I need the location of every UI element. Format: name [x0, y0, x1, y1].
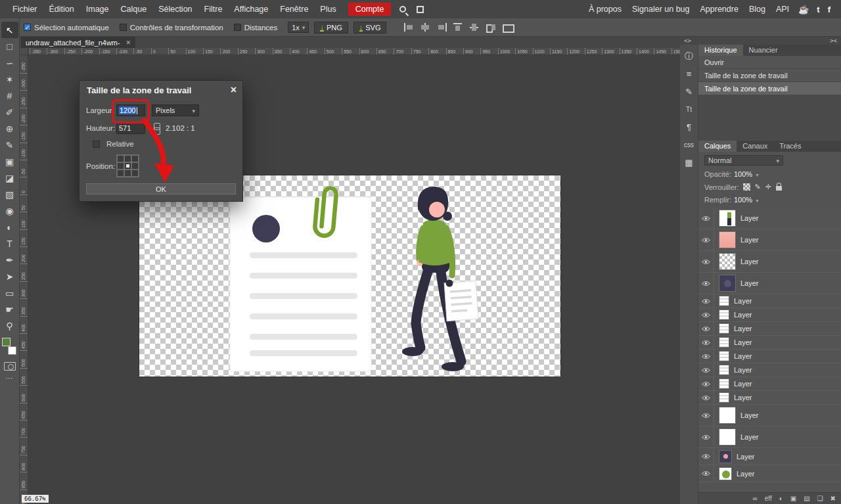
tool-brush[interactable]: ✎	[1, 137, 18, 153]
account-button[interactable]: Compte	[348, 3, 392, 16]
layer-row[interactable]: Layer	[698, 308, 841, 322]
tool-blur[interactable]: ◉	[1, 202, 18, 219]
layer-row[interactable]: Layer	[698, 336, 841, 350]
layer-visibility-eye-icon[interactable]	[698, 377, 714, 390]
layer-visibility-eye-icon[interactable]	[698, 322, 714, 335]
layer-name[interactable]: Layer	[737, 470, 755, 478]
lock-all-icon[interactable]	[776, 186, 782, 191]
option-checkbox-selection-automatique[interactable]: ✓Sélection automatique	[24, 24, 109, 32]
layer-row[interactable]: Layer	[698, 322, 841, 336]
layer-row[interactable]: Layer	[698, 377, 841, 391]
layer-thumbnail[interactable]	[719, 337, 729, 348]
option-checkbox-distances[interactable]: Distances	[234, 24, 278, 32]
layer-thumbnail[interactable]	[719, 467, 732, 480]
layer-thumbnail[interactable]	[719, 428, 736, 446]
twitter-icon[interactable]: t	[817, 5, 819, 14]
folder-icon[interactable]: ▤	[804, 493, 809, 504]
mask-icon[interactable]: ▣	[790, 493, 796, 504]
tab-calques[interactable]: Calques	[698, 141, 737, 152]
fullscreen-icon[interactable]	[417, 6, 424, 13]
layer-name[interactable]: Layer	[734, 394, 752, 401]
layer-visibility-eye-icon[interactable]	[698, 229, 714, 250]
history-entry-2[interactable]: Taille de la zone de travail	[698, 82, 841, 95]
layer-row[interactable]: Layer	[698, 229, 841, 251]
anchor-cell[interactable]	[117, 170, 124, 177]
pack-vertical-icon[interactable]	[503, 23, 512, 32]
export-png-button[interactable]: ↓PNG	[314, 22, 348, 34]
new-layer-icon[interactable]: ❏	[817, 493, 823, 504]
layer-visibility-eye-icon[interactable]	[698, 208, 714, 229]
menu-item-filtre[interactable]: Filtre	[198, 0, 229, 18]
layer-visibility-eye-icon[interactable]	[698, 294, 714, 308]
quick-mask-icon[interactable]	[4, 362, 16, 371]
tool-lasso[interactable]: ∽	[1, 55, 18, 71]
code-toggle-icon[interactable]: <>	[684, 37, 691, 45]
menu-link-blog[interactable]: Blog	[744, 0, 771, 18]
anchor-cell[interactable]	[117, 155, 124, 162]
layer-visibility-eye-icon[interactable]	[698, 336, 714, 349]
dialog-close-icon[interactable]: ×	[231, 84, 237, 96]
layer-thumbnail[interactable]	[719, 392, 729, 403]
layer-name[interactable]: Layer	[734, 338, 752, 346]
layer-visibility-eye-icon[interactable]	[698, 448, 714, 465]
tab-historique[interactable]: Historique	[698, 45, 743, 56]
zoom-level-indicator[interactable]: 66.67%	[22, 495, 49, 503]
layer-name[interactable]: Layer	[740, 411, 759, 419]
layer-row[interactable]: Layer	[698, 405, 841, 426]
menu-item-plus[interactable]: Plus	[314, 0, 342, 18]
layer-visibility-eye-icon[interactable]	[698, 363, 714, 377]
tab-canaux[interactable]: Canaux	[737, 141, 773, 152]
color-swatches[interactable]	[2, 338, 18, 355]
layer-row[interactable]: Layer	[698, 273, 841, 294]
history-entry-0[interactable]: Ouvrir	[698, 56, 841, 69]
layer-visibility-eye-icon[interactable]	[698, 405, 714, 426]
background-color-swatch[interactable]	[8, 346, 16, 355]
layer-thumbnail[interactable]	[719, 407, 736, 424]
align-top-icon[interactable]	[453, 23, 463, 32]
align-right-icon[interactable]	[437, 23, 447, 32]
layer-visibility-eye-icon[interactable]	[698, 391, 714, 404]
tab-nuancier[interactable]: Nuancier	[743, 45, 784, 56]
layer-visibility-eye-icon[interactable]	[698, 251, 714, 272]
layer-name[interactable]: Layer	[740, 258, 759, 265]
tool-zoom[interactable]: ⚲	[1, 317, 18, 334]
tool-magic-wand[interactable]: ✶	[1, 71, 18, 87]
tool-clone-stamp[interactable]: ▣	[1, 153, 18, 170]
layer-name[interactable]: Layer	[734, 325, 752, 332]
document-tab[interactable]: undraw_attached_file_n4wm- ×	[21, 37, 135, 48]
layer-row[interactable]: Layer	[698, 465, 841, 482]
panel-adjustments-icon[interactable]: ≡	[681, 65, 698, 83]
layer-thumbnail[interactable]	[719, 231, 736, 248]
layer-name[interactable]: Layer	[734, 380, 752, 388]
layer-name[interactable]: Layer	[740, 236, 759, 244]
tool-shape[interactable]: ▭	[1, 285, 18, 301]
tool-healing-brush[interactable]: ⊕	[1, 120, 18, 137]
collapse-panels-icon[interactable]: ><	[830, 37, 837, 45]
menu-link-signaler-un-bug[interactable]: Signaler un bug	[627, 0, 695, 18]
layer-row[interactable]: Layer	[698, 350, 841, 363]
tool-eraser[interactable]: ◪	[1, 170, 18, 186]
layer-thumbnail[interactable]	[719, 275, 736, 292]
layer-thumbnail[interactable]	[719, 253, 736, 270]
layer-thumbnail[interactable]	[719, 323, 729, 334]
tool-path-select[interactable]: ➤	[1, 268, 18, 285]
layer-visibility-eye-icon[interactable]	[698, 308, 714, 321]
layer-name[interactable]: Layer	[740, 279, 759, 287]
export-svg-button[interactable]: ↓SVG	[353, 22, 387, 34]
pixel-ratio-select[interactable]: 1x	[288, 22, 309, 33]
option-checkbox-controles-de-transformation[interactable]: Contrôles de transformation	[120, 24, 223, 32]
layer-row[interactable]: Layer	[698, 208, 841, 229]
layer-thumbnail[interactable]	[719, 210, 736, 227]
opacity-value[interactable]: 100%	[734, 170, 760, 178]
menu-link-apprendre[interactable]: Apprendre	[695, 0, 744, 18]
layer-visibility-eye-icon[interactable]	[698, 350, 714, 363]
panel-edit-icon[interactable]: ✎	[681, 83, 698, 101]
layer-row[interactable]: Layer	[698, 391, 841, 405]
layer-row[interactable]: Layer	[698, 363, 841, 377]
menu-item-fichier[interactable]: Fichier	[7, 0, 43, 18]
facebook-icon[interactable]: f	[828, 5, 830, 14]
layer-row[interactable]: Layer	[698, 294, 841, 308]
layer-thumbnail[interactable]	[719, 378, 729, 389]
tool-rectangle-select[interactable]: □	[1, 38, 18, 55]
layer-name[interactable]: Layer	[734, 352, 752, 360]
